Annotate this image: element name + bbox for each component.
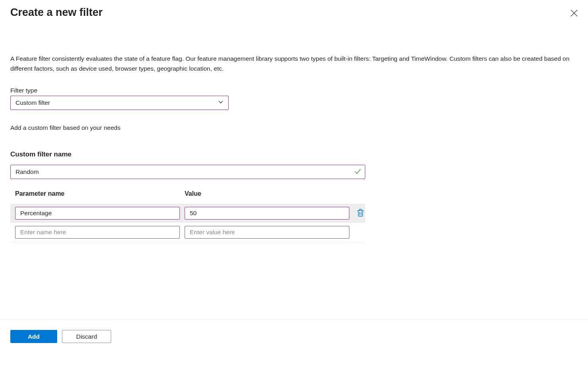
table-row — [10, 223, 365, 242]
delete-row-button[interactable] — [354, 207, 367, 220]
filter-type-label: Filter type — [10, 87, 578, 94]
custom-filter-name-input[interactable] — [10, 165, 365, 179]
close-icon — [571, 12, 578, 18]
add-button[interactable]: Add — [10, 330, 57, 343]
parameter-name-input[interactable] — [15, 207, 180, 220]
filter-type-value: Custom filter — [15, 99, 50, 106]
parameter-value-input[interactable] — [185, 207, 349, 220]
column-header-value: Value — [185, 190, 349, 204]
parameter-name-input-empty[interactable] — [15, 226, 180, 239]
parameter-value-input-empty[interactable] — [185, 226, 349, 239]
filter-type-select[interactable]: Custom filter — [10, 96, 229, 110]
custom-filter-name-heading: Custom filter name — [10, 150, 578, 158]
column-header-parameter-name: Parameter name — [15, 190, 180, 204]
page-title: Create a new filter — [10, 6, 103, 19]
close-button[interactable] — [569, 8, 579, 19]
helper-text: Add a custom filter based on your needs — [10, 124, 578, 131]
trash-icon — [357, 209, 364, 218]
table-row — [10, 204, 365, 223]
description-text: A Feature filter consistently evaluates … — [10, 54, 578, 73]
discard-button[interactable]: Discard — [62, 330, 111, 343]
